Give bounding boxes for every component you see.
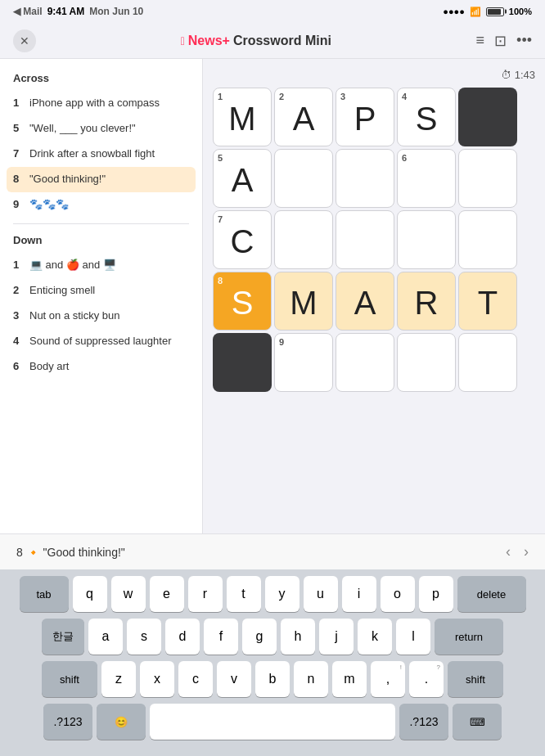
cell-r2c3[interactable] [397, 210, 456, 269]
cell-r0c1[interactable]: 2 A [274, 88, 333, 146]
cell-r0c0[interactable]: 1 M [213, 88, 272, 146]
clues-panel: Across 1 iPhone app with a compass 5 "We… [0, 59, 203, 533]
cell-r3c1[interactable]: M [274, 272, 333, 331]
grid-area: ⏱ 1:43 1 M 2 A 3 P 4 S 5 [203, 59, 545, 533]
close-button[interactable]: ✕ [13, 29, 36, 52]
cell-r2c0[interactable]: 7 C [213, 210, 272, 269]
cell-r2c2[interactable] [336, 210, 394, 269]
key-g[interactable]: g [242, 619, 277, 655]
nav-title:  News+ Crossword Mini [181, 34, 331, 48]
emoji-key[interactable]: 😊 [97, 704, 146, 740]
number-toggle-right-key[interactable]: .?123 [399, 704, 448, 740]
key-w[interactable]: w [111, 576, 146, 612]
cell-r1c2[interactable] [336, 149, 394, 208]
key-l[interactable]: l [396, 619, 430, 655]
main-content: Across 1 iPhone app with a compass 5 "We… [0, 59, 545, 533]
key-p[interactable]: p [419, 576, 453, 612]
cell-r1c0[interactable]: 5 A [213, 149, 272, 208]
cell-r3c2[interactable]: A [336, 272, 394, 331]
signal-icon: ●●●● [443, 7, 465, 16]
key-d[interactable]: d [165, 619, 200, 655]
clue-down-6[interactable]: 6 Body art [0, 354, 202, 380]
status-date: Mon Jun 10 [89, 6, 143, 17]
cell-r0c3[interactable]: 4 S [397, 88, 456, 146]
cell-r1c3[interactable]: 6 [397, 149, 456, 208]
key-c[interactable]: c [178, 661, 213, 697]
cell-r4c1[interactable]: 9 [274, 333, 333, 392]
keyboard-dismiss-key[interactable]: ⌨ [453, 704, 502, 740]
space-bar-key[interactable] [150, 704, 395, 740]
status-left: ◀ Mail 9:41 AM Mon Jun 10 [13, 6, 143, 17]
clue-hint-text: 8 🔸 "Good thinking!" [16, 546, 125, 559]
tab-key[interactable]: tab [20, 576, 69, 612]
clue-hint-arrows: ‹ › [506, 543, 529, 560]
clue-across-1[interactable]: 1 iPhone app with a compass [0, 91, 202, 116]
keyboard-row-2: 한글 a s d f g h j k l return [3, 619, 542, 655]
key-o[interactable]: o [381, 576, 415, 612]
lang-key[interactable]: 한글 [42, 619, 84, 655]
clue-across-9[interactable]: 9 🐾🐾🐾 [0, 192, 202, 218]
key-v[interactable]: v [217, 661, 251, 697]
news-plus-label: News+ [188, 34, 230, 48]
next-clue-button[interactable]: › [524, 543, 529, 560]
cell-r1c1[interactable] [274, 149, 333, 208]
key-u[interactable]: u [304, 576, 338, 612]
key-h[interactable]: h [281, 619, 315, 655]
key-q[interactable]: q [73, 576, 107, 612]
cell-r3c0[interactable]: 8 S [213, 272, 272, 331]
left-shift-key[interactable]: shift [42, 661, 97, 697]
cell-r4c4[interactable] [458, 333, 517, 392]
clue-across-7[interactable]: 7 Drink after a snowball fight [0, 142, 202, 167]
key-i[interactable]: i [342, 576, 376, 612]
clue-down-2[interactable]: 2 Enticing smell [0, 278, 202, 304]
more-icon[interactable]: ••• [516, 32, 532, 49]
cell-r3c4[interactable]: T [458, 272, 517, 331]
key-t[interactable]: t [227, 576, 261, 612]
timer: ⏱ 1:43 [501, 69, 535, 81]
delete-key[interactable]: delete [457, 576, 526, 612]
key-b[interactable]: b [255, 661, 290, 697]
cell-r3c3[interactable]: R [397, 272, 456, 331]
close-icon: ✕ [20, 34, 29, 47]
cell-r0c2[interactable]: 3 P [336, 88, 394, 146]
status-time: 9:41 AM [47, 6, 85, 17]
clue-across-8[interactable]: 8 "Good thinking!" [7, 167, 196, 192]
key-x[interactable]: x [140, 661, 174, 697]
clue-divider [13, 223, 189, 224]
return-key[interactable]: return [435, 619, 503, 655]
clue-across-5[interactable]: 5 "Well, ___ you clever!" [0, 116, 202, 142]
cell-r4c3[interactable] [397, 333, 456, 392]
cell-r2c4[interactable] [458, 210, 517, 269]
key-n[interactable]: n [294, 661, 328, 697]
cell-r4c2[interactable] [336, 333, 394, 392]
back-label[interactable]: ◀ Mail [13, 6, 43, 17]
keyboard-row-3: shift z x c v b n m !, ?. shift [3, 661, 542, 697]
cell-r1c4[interactable] [458, 149, 517, 208]
clue-down-4[interactable]: 4 Sound of suppressed laughter [0, 329, 202, 354]
right-shift-key[interactable]: shift [448, 661, 503, 697]
key-comma[interactable]: !, [371, 661, 405, 697]
key-f[interactable]: f [204, 619, 238, 655]
key-j[interactable]: j [319, 619, 354, 655]
number-toggle-left-key[interactable]: .?123 [43, 704, 92, 740]
key-m[interactable]: m [332, 661, 367, 697]
clue-down-1[interactable]: 1 💻 and 🍎 and 🖥️ [0, 253, 202, 278]
clue-hint-bar: 8 🔸 "Good thinking!" ‹ › [0, 533, 545, 569]
wifi-icon: 📶 [470, 7, 481, 17]
screen-icon[interactable]: ⊡ [494, 32, 507, 50]
crossword-grid: 1 M 2 A 3 P 4 S 5 A 6 [213, 88, 517, 392]
list-icon[interactable]: ≡ [476, 32, 485, 49]
key-k[interactable]: k [358, 619, 392, 655]
prev-clue-button[interactable]: ‹ [506, 543, 511, 560]
crossword-label: Crossword Mini [233, 34, 331, 48]
key-a[interactable]: a [88, 619, 123, 655]
battery-indicator [486, 7, 504, 16]
clue-down-3[interactable]: 3 Nut on a sticky bun [0, 304, 202, 329]
key-y[interactable]: y [265, 576, 300, 612]
key-z[interactable]: z [101, 661, 136, 697]
key-period[interactable]: ?. [409, 661, 444, 697]
key-s[interactable]: s [127, 619, 161, 655]
key-e[interactable]: e [150, 576, 184, 612]
key-r[interactable]: r [188, 576, 223, 612]
cell-r2c1[interactable] [274, 210, 333, 269]
